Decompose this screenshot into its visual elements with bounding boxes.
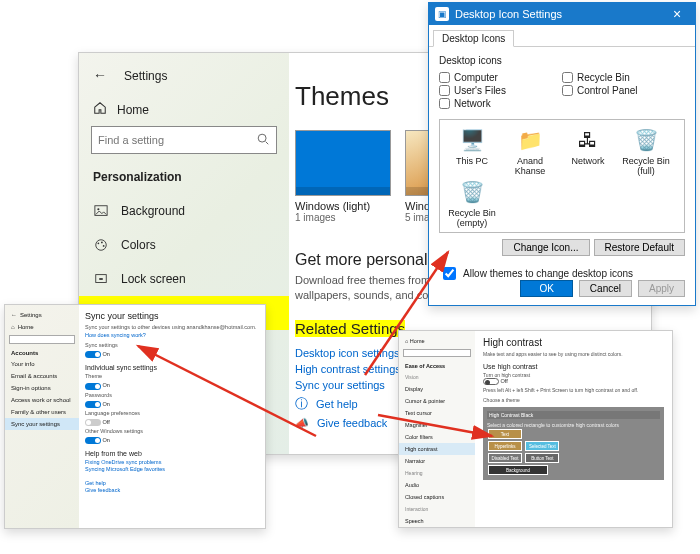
- check-users-files[interactable]: User's Files: [439, 85, 562, 96]
- list-item[interactable]: Closed captions: [399, 491, 475, 503]
- icon-user[interactable]: 📁Anand Khanse: [502, 126, 558, 176]
- svg-point-0: [258, 134, 266, 142]
- toggle-sync[interactable]: On: [85, 351, 259, 358]
- titlebar: ▣ Desktop Icon Settings ×: [429, 3, 695, 25]
- high-contrast-window: ⌂ Home Ease of Access Vision Display Cur…: [398, 330, 673, 528]
- window-title: Settings: [20, 312, 42, 318]
- sidebar: ⌂ Home Ease of Access Vision Display Cur…: [399, 331, 475, 527]
- sidebar-item-home[interactable]: Home: [93, 101, 289, 118]
- get-help[interactable]: Get help: [85, 480, 259, 486]
- list-item[interactable]: Sign-in options: [5, 382, 79, 394]
- tabstrip: Desktop Icons: [429, 25, 695, 47]
- list-item[interactable]: Narrator: [399, 455, 475, 467]
- check-computer[interactable]: Computer: [439, 72, 562, 83]
- sync-settings-window: ←Settings ⌂ Home Accounts Your info Emai…: [4, 304, 266, 529]
- list-item[interactable]: Family & other users: [5, 406, 79, 418]
- search-placeholder: Find a setting: [98, 134, 256, 146]
- palette-icon: [93, 237, 109, 253]
- change-icon-button[interactable]: Change Icon...: [502, 239, 589, 256]
- list-item[interactable]: Access work or school: [5, 394, 79, 406]
- group-label: Desktop icons: [439, 55, 685, 66]
- sync-desc: Sync your settings to other devices usin…: [85, 324, 259, 331]
- toggle-high-contrast[interactable]: Off: [483, 378, 664, 385]
- swatch-button[interactable]: Button Text: [525, 453, 559, 463]
- window-title: Settings: [124, 65, 167, 87]
- svg-point-4: [96, 240, 107, 251]
- icon-this-pc[interactable]: 🖥️This PC: [444, 126, 500, 176]
- nav-label: Background: [121, 204, 185, 218]
- icon-recycle-full[interactable]: 🗑️Recycle Bin (full): [618, 126, 674, 176]
- cancel-button[interactable]: Cancel: [579, 280, 632, 297]
- back-icon[interactable]: ←: [89, 65, 111, 87]
- section-header: Accounts: [5, 346, 79, 358]
- sidebar-item-home[interactable]: ⌂ Home: [399, 335, 475, 347]
- check-control-panel[interactable]: Control Panel: [562, 85, 685, 96]
- check-recycle-bin[interactable]: Recycle Bin: [562, 72, 685, 83]
- dialog-icon: ▣: [435, 7, 449, 21]
- nav-label: Lock screen: [121, 272, 186, 286]
- list-item[interactable]: Magnifier: [399, 419, 475, 431]
- link-help[interactable]: Fixing OneDrive sync problems: [85, 459, 259, 465]
- list-item[interactable]: Your info: [5, 358, 79, 370]
- search-box[interactable]: Find a setting: [91, 126, 277, 154]
- svg-point-5: [98, 242, 100, 244]
- search-input[interactable]: [403, 349, 471, 357]
- list-item[interactable]: Speech: [399, 515, 475, 527]
- related-title: Related Settings: [295, 320, 405, 337]
- list-item[interactable]: Audio: [399, 479, 475, 491]
- toggle-other[interactable]: On: [85, 437, 259, 444]
- theme-thumb[interactable]: Windows (light) 1 images: [295, 130, 391, 223]
- sidebar-item-colors[interactable]: Colors: [79, 228, 289, 262]
- page-title: Sync your settings: [85, 311, 259, 321]
- toggle-label: Sync settings: [85, 342, 259, 349]
- swatch-hyperlinks[interactable]: Hyperlinks: [488, 441, 522, 451]
- list-item[interactable]: Display: [399, 383, 475, 395]
- theme-count: 1 images: [295, 212, 391, 223]
- give-feedback[interactable]: Give feedback: [85, 487, 259, 493]
- icon-recycle-empty[interactable]: 🗑️Recycle Bin (empty): [444, 178, 500, 228]
- swatch-disabled[interactable]: Disabled Text: [488, 453, 522, 463]
- link-how-sync[interactable]: How does syncing work?: [85, 332, 259, 338]
- close-icon[interactable]: ×: [659, 3, 695, 25]
- section-title: Individual sync settings: [85, 364, 259, 371]
- toggle-passwords[interactable]: On: [85, 401, 259, 408]
- description: Make text and apps easier to see by usin…: [483, 351, 664, 357]
- sidebar-item-background[interactable]: Background: [79, 194, 289, 228]
- ok-button[interactable]: OK: [520, 280, 572, 297]
- svg-line-1: [266, 142, 269, 145]
- theme-select[interactable]: High Contrast Black: [487, 411, 660, 419]
- icon-network[interactable]: 🖧Network: [560, 126, 616, 176]
- svg-point-7: [103, 245, 105, 247]
- desktop-icon-settings-dialog: ▣ Desktop Icon Settings × Desktop Icons …: [428, 2, 696, 306]
- sidebar-item-lockscreen[interactable]: Lock screen: [79, 262, 289, 296]
- section-title: Use high contrast: [483, 363, 664, 370]
- list-item[interactable]: Email & accounts: [5, 370, 79, 382]
- list-item[interactable]: Cursor & pointer: [399, 395, 475, 407]
- swatch-text[interactable]: Text: [488, 429, 522, 439]
- swatch-selected[interactable]: Selected Text: [525, 441, 559, 451]
- toggle-theme[interactable]: On: [85, 382, 259, 389]
- theme-name: Windows (light): [295, 200, 391, 212]
- link-help[interactable]: Syncing Microsoft Edge favorites: [85, 466, 259, 472]
- home-icon: [93, 101, 107, 118]
- theme-preview: [295, 130, 391, 196]
- restore-default-button[interactable]: Restore Default: [594, 239, 685, 256]
- apply-button[interactable]: Apply: [638, 280, 685, 297]
- list-item[interactable]: Color filters: [399, 431, 475, 443]
- home-label: Home: [117, 103, 149, 117]
- svg-point-3: [97, 208, 99, 210]
- icon-preview-box: 🖥️This PC 📁Anand Khanse 🖧Network 🗑️Recyc…: [439, 119, 685, 233]
- list-item[interactable]: Sync your settings: [5, 418, 79, 430]
- swatch-background[interactable]: Background: [488, 465, 548, 475]
- sidebar-item-home[interactable]: ⌂ Home: [5, 321, 79, 333]
- feedback-icon: 📣: [295, 417, 309, 430]
- lock-icon: [93, 271, 109, 287]
- check-network[interactable]: Network: [439, 98, 562, 109]
- list-item[interactable]: High contrast: [399, 443, 475, 455]
- list-item[interactable]: Text cursor: [399, 407, 475, 419]
- toggle-language[interactable]: Off: [85, 419, 259, 426]
- search-input[interactable]: [9, 335, 75, 344]
- tab-desktop-icons[interactable]: Desktop Icons: [433, 30, 514, 47]
- search-icon: [256, 132, 270, 148]
- section-header: Ease of Access: [399, 359, 475, 371]
